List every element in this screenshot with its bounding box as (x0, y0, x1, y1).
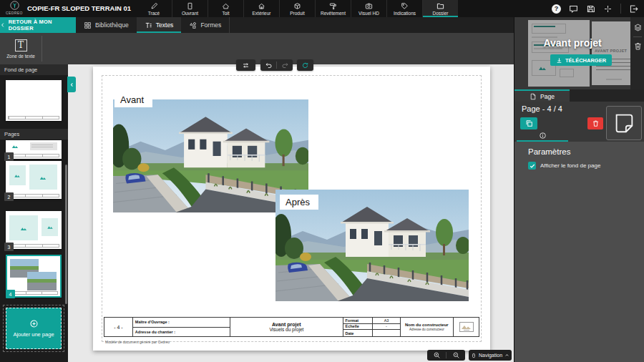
tab-trace[interactable]: Tracé (136, 0, 172, 17)
format-cells: FormatA3 Echelle- Date (343, 318, 401, 336)
tab-produit[interactable]: Produit (279, 0, 315, 17)
tab-toit[interactable]: Toit (208, 0, 243, 17)
photo-mini (27, 272, 57, 290)
mouse-icon (471, 352, 477, 359)
mini-footer (9, 291, 58, 295)
check-icon (530, 163, 535, 169)
doc-title: Avant projet (272, 322, 301, 327)
before-label[interactable]: Avant (114, 92, 152, 107)
page-indicator: Page - 4 / 4 (522, 104, 562, 113)
zoom-out-button[interactable] (447, 351, 465, 359)
tab-ouvrant[interactable]: Ouvrant (172, 0, 208, 17)
camera-icon (365, 2, 373, 10)
tab-exterieur[interactable]: Extérieur (243, 0, 279, 17)
redo-button[interactable] (277, 62, 293, 69)
tab-page[interactable]: Page (514, 89, 570, 102)
tab-label: Revêtement (321, 11, 346, 16)
delete-page-button[interactable] (587, 117, 603, 129)
background-section-header: Fond de page (0, 64, 68, 75)
doc-subtitle: Visuels du projet (269, 327, 303, 332)
show-background-checkbox-row[interactable]: Afficher le fond de page (528, 162, 600, 170)
page-number-cell: - 4 - (104, 318, 133, 336)
document-preview: AVANT PROJET Avant projet TÉLÉCHARGER (514, 17, 644, 89)
page-thumbnail-2[interactable]: 2 (6, 161, 62, 199)
tab-label: Produit (290, 11, 305, 16)
page-outline-icon (612, 111, 636, 135)
redo-icon (281, 62, 289, 69)
save-icon[interactable] (586, 4, 595, 14)
document-canvas[interactable]: Avant Après - 4 - Maître d'Ouvrage : Adr… (68, 64, 514, 362)
right-panel: AVANT PROJET Avant projet TÉLÉCHARGER (514, 17, 644, 362)
text-zone-tool[interactable]: T Zone de texte (0, 33, 42, 64)
tab-bibliotheque[interactable]: Bibliothèque (76, 17, 137, 33)
cedreo-logo-icon (10, 1, 19, 10)
download-icon (556, 57, 562, 64)
logout-icon[interactable] (629, 4, 638, 14)
mountain-icon (14, 173, 21, 178)
door-icon (186, 2, 194, 10)
zoom-out-icon (452, 351, 460, 359)
layers-icon[interactable] (633, 23, 643, 32)
trash-icon[interactable] (633, 41, 643, 51)
undo-button[interactable] (260, 62, 276, 69)
add-page-button[interactable]: Ajouter une page (6, 308, 62, 349)
add-page-label: Ajouter une page (13, 331, 54, 338)
divider (620, 4, 621, 14)
tab-label: Page (540, 93, 555, 100)
mountain-icon (20, 225, 27, 231)
tab-formes[interactable]: Formes (181, 17, 229, 33)
help-button[interactable]: ? (552, 4, 561, 14)
paint-roller-icon (329, 2, 337, 10)
navigation-dropdown[interactable]: Navigation (469, 350, 512, 361)
page-thumbnail-1[interactable]: 1 (6, 140, 62, 159)
builder-cell: Nom du constructeur Adresse du construct… (401, 318, 454, 336)
undo-icon (265, 62, 273, 69)
center-view-icon[interactable] (603, 4, 613, 14)
download-label: TÉLÉCHARGER (565, 57, 606, 64)
tab-textes[interactable]: Textes (137, 17, 182, 33)
tab-revetement[interactable]: Revêtement (315, 0, 351, 17)
owner-label: Maître d'Ouvrage : (133, 318, 230, 328)
page-thumbnail-3[interactable]: 3 (6, 211, 62, 249)
owner-cells: Maître d'Ouvrage : Adresse du chantier : (133, 318, 230, 336)
zoom-in-button[interactable] (427, 351, 446, 359)
shapes-icon (189, 21, 197, 29)
page-orientation-preview[interactable] (606, 106, 642, 140)
settings-title: Paramètres (528, 147, 570, 156)
copy-icon (525, 119, 533, 127)
collapse-sidebar-button[interactable] (67, 77, 76, 92)
back-to-folder-button[interactable]: RETOUR À MON DOSSIER (0, 17, 76, 33)
tool-label: Zone de texte (6, 54, 35, 59)
duplicate-page-button[interactable] (520, 117, 537, 129)
title-block-table[interactable]: - 4 - Maître d'Ouvrage : Adresse du chan… (104, 317, 479, 337)
tab-info[interactable] (517, 130, 568, 142)
refresh-visual-button[interactable] (297, 59, 313, 71)
ribbon-bar: RETOUR À MON DOSSIER Bibliothèque Textes… (0, 17, 514, 33)
comment-icon[interactable] (569, 4, 578, 14)
tab-label: Tracé (148, 11, 160, 16)
checkbox-checked[interactable] (528, 162, 536, 170)
main-tabs: Tracé Ouvrant Toit Extérieur Produit Rev… (136, 0, 458, 17)
tab-label: Bibliothèque (95, 21, 129, 29)
tab-dossier[interactable]: Dossier (422, 0, 458, 17)
tab-indications[interactable]: Indications (386, 0, 422, 17)
checkbox-label: Afficher le fond de page (540, 162, 600, 169)
chevron-up-icon (504, 353, 509, 358)
cube-icon (293, 2, 301, 10)
mountain-icon (47, 225, 53, 230)
generated-note: Modèle de document généré par Cedreo (105, 340, 170, 344)
after-label[interactable]: Après (280, 195, 318, 210)
tag-icon (401, 2, 409, 10)
page-thumbnail-4-selected[interactable]: 4 (6, 255, 62, 298)
logo-placeholder-icon (459, 322, 474, 332)
tab-label: Textes (156, 21, 174, 29)
document-page[interactable]: Avant Après - 4 - Maître d'Ouvrage : Adr… (93, 67, 490, 351)
tab-visuel-hd[interactable]: Visuel HD (351, 0, 386, 17)
sidebar-scrollbar[interactable] (65, 165, 67, 304)
swap-pages-button[interactable] (236, 59, 255, 71)
divider (633, 36, 642, 37)
background-template-thumbnail[interactable] (6, 80, 62, 121)
panel-tab-row: Page (514, 89, 644, 102)
download-button[interactable]: TÉLÉCHARGER (550, 54, 612, 66)
tab-label: Extérieur (252, 11, 270, 16)
